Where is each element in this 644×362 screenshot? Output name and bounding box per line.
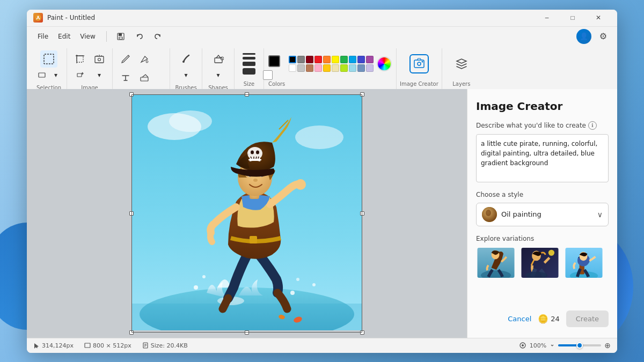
redo-button[interactable] <box>150 29 165 44</box>
svg-point-40 <box>256 150 259 154</box>
svg-rect-4 <box>119 37 122 39</box>
image-creator-group: Image Creator <box>397 48 442 89</box>
brush-dropdown[interactable]: ▾ <box>180 69 193 82</box>
canvas-size-status: 800 × 512px <box>84 342 131 349</box>
shapes-dropdown[interactable]: ▾ <box>212 69 225 82</box>
cursor-position: 314,124px <box>33 342 74 349</box>
select-tool[interactable] <box>40 50 57 68</box>
image-dropdown[interactable]: ▾ <box>93 69 106 82</box>
image-group: ▾ Image <box>67 48 113 89</box>
menu-file[interactable]: File <box>33 31 53 42</box>
brush-tool[interactable] <box>178 50 195 68</box>
handle-bottom-right[interactable] <box>360 330 364 335</box>
close-button[interactable]: ✕ <box>586 10 611 27</box>
svg-rect-6 <box>39 73 45 77</box>
color-steelblue[interactable] <box>357 64 365 72</box>
color-orange[interactable] <box>323 56 331 63</box>
size-sm[interactable] <box>243 53 255 55</box>
credits-badge: 🪙 24 <box>538 314 560 324</box>
color-brown[interactable] <box>306 64 313 72</box>
handle-mid-right[interactable] <box>360 211 364 216</box>
maximize-button[interactable]: □ <box>560 10 585 27</box>
color-red[interactable] <box>314 56 322 63</box>
color-yellow[interactable] <box>332 56 339 63</box>
color-wheel[interactable] <box>377 56 392 71</box>
image-creator-button[interactable] <box>403 52 435 76</box>
select-shape[interactable] <box>35 69 48 82</box>
info-icon[interactable]: ℹ <box>588 121 597 130</box>
handle-top-mid[interactable] <box>245 92 249 97</box>
minimize-button[interactable]: – <box>535 10 559 27</box>
svg-point-38 <box>247 147 262 160</box>
layers-icon <box>452 54 471 73</box>
color-darkred[interactable] <box>306 56 313 63</box>
color-lightblue[interactable] <box>349 64 356 72</box>
shape-tool[interactable] <box>210 50 227 68</box>
image-resize[interactable] <box>74 69 86 82</box>
create-button[interactable]: Create <box>566 311 609 327</box>
color-black[interactable] <box>289 56 296 63</box>
image-ai[interactable] <box>91 50 108 68</box>
menu-edit[interactable]: Edit <box>54 31 75 42</box>
svg-rect-3 <box>119 33 122 36</box>
color-pink[interactable] <box>314 64 322 72</box>
prompt-input[interactable]: a little cute pirate, running, colorful,… <box>476 134 609 182</box>
describe-label: Describe what you'd like to create ℹ <box>476 121 609 130</box>
eraser-tool[interactable] <box>136 69 153 86</box>
color-gray[interactable] <box>297 56 305 63</box>
variation-2[interactable] <box>520 247 560 279</box>
cursor-coords: 314,124px <box>42 342 74 349</box>
zoom-out-icon[interactable]: ⊕ <box>604 341 611 350</box>
menu-view[interactable]: View <box>76 31 99 42</box>
color-cream[interactable] <box>332 64 339 72</box>
zoom-slider-thumb[interactable] <box>576 342 583 349</box>
color-indigo[interactable] <box>357 56 365 63</box>
size-xl[interactable] <box>243 68 255 75</box>
active-colors <box>268 55 286 72</box>
handle-top-left[interactable] <box>129 92 134 97</box>
svg-rect-9 <box>95 56 104 63</box>
color-row-1 <box>289 56 374 63</box>
color-gold[interactable] <box>323 64 331 72</box>
profile-button[interactable]: 👤 <box>576 29 591 44</box>
style-dropdown[interactable]: Oil painting ∨ <box>476 203 609 226</box>
color-lightgray[interactable] <box>297 64 305 72</box>
color-lime[interactable] <box>340 64 348 72</box>
select-dropdown[interactable]: ▾ <box>49 69 62 82</box>
size-tools <box>243 48 255 80</box>
focus-icon <box>519 342 526 349</box>
cancel-button[interactable]: Cancel <box>508 315 531 323</box>
layers-button[interactable] <box>445 52 478 76</box>
text-tool[interactable] <box>117 69 134 86</box>
size-lg[interactable] <box>243 62 255 66</box>
color-lavender[interactable] <box>366 64 374 72</box>
background-color[interactable] <box>263 70 273 80</box>
variation-1[interactable] <box>476 247 516 279</box>
foreground-color[interactable] <box>268 55 280 67</box>
settings-button[interactable]: ⚙️ <box>596 29 611 44</box>
selection-tools: ▾ <box>35 48 62 84</box>
layers-tool <box>445 48 478 80</box>
save-button[interactable] <box>113 29 128 44</box>
svg-point-44 <box>296 278 299 281</box>
variation-3[interactable] <box>564 247 604 279</box>
svg-point-49 <box>486 210 491 216</box>
variations-label: Explore variations <box>476 235 609 242</box>
color-white[interactable] <box>289 64 296 72</box>
crop-tool[interactable] <box>71 50 89 68</box>
color-green[interactable] <box>340 56 348 63</box>
color-blue[interactable] <box>349 56 356 63</box>
app-icon <box>33 13 43 23</box>
handle-top-right[interactable] <box>360 92 364 97</box>
undo-button[interactable] <box>133 29 148 44</box>
handle-bottom-left[interactable] <box>129 330 134 335</box>
svg-point-28 <box>295 179 306 190</box>
handle-bottom-mid[interactable] <box>245 330 249 335</box>
fill-tool[interactable] <box>136 50 153 68</box>
pencil-tool[interactable] <box>117 50 134 68</box>
svg-point-22 <box>169 110 212 132</box>
color-purple[interactable] <box>366 56 374 63</box>
handle-mid-left[interactable] <box>129 211 134 216</box>
size-md[interactable] <box>243 57 255 60</box>
canvas-area[interactable] <box>27 89 467 338</box>
